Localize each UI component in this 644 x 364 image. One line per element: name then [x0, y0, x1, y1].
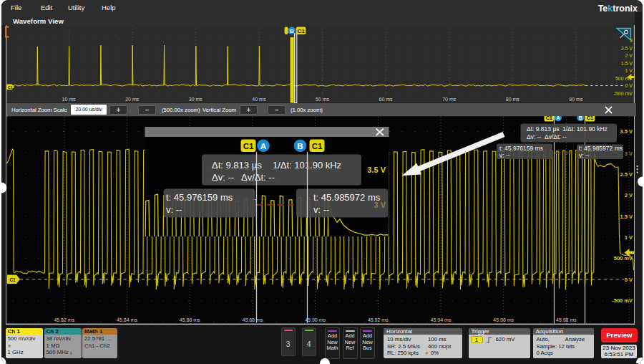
svg-text:45.86 ms: 45.86 ms — [180, 317, 200, 322]
svg-text:45.94 ms: 45.94 ms — [431, 317, 452, 322]
svg-text:t: 45.985972 ms: t: 45.985972 ms — [579, 145, 623, 152]
svg-text:500 mV: 500 mV — [614, 255, 633, 262]
svg-text:2 V: 2 V — [625, 53, 633, 58]
svg-text:2.5 V: 2.5 V — [620, 171, 633, 178]
svg-text:v: --: v: -- — [166, 204, 182, 215]
svg-text:Δv: --: Δv: -- — [212, 172, 234, 183]
svg-text:45.90 ms: 45.90 ms — [305, 317, 326, 322]
svg-text:45.92 ms: 45.92 ms — [368, 317, 389, 322]
svg-text:-500 mV: -500 mV — [614, 91, 633, 96]
svg-text:0 V: 0 V — [625, 83, 633, 88]
svg-text:v: --: v: -- — [313, 204, 329, 215]
svg-text:45.98 ms: 45.98 ms — [556, 317, 577, 322]
svg-text:80 ms: 80 ms — [506, 97, 520, 102]
svg-text:3.5 V: 3.5 V — [620, 128, 633, 135]
svg-text:45.82 ms: 45.82 ms — [54, 317, 74, 322]
svg-text:3 V: 3 V — [374, 201, 386, 209]
svg-text:1 V: 1 V — [625, 68, 633, 73]
svg-text:A: A — [260, 142, 266, 150]
svg-text:3 V: 3 V — [625, 150, 633, 157]
svg-text:30 ms: 30 ms — [189, 97, 203, 102]
svg-text:10 ms: 10 ms — [62, 97, 77, 102]
svg-text:C1: C1 — [243, 142, 254, 150]
svg-text:1.5 V: 1.5 V — [621, 61, 633, 66]
svg-text:1/Δt: 101.90 kHz: 1/Δt: 101.90 kHz — [562, 125, 608, 133]
svg-text:Δt: 9.813 µs: Δt: 9.813 µs — [527, 125, 560, 133]
svg-text:1.5 V: 1.5 V — [620, 214, 633, 220]
svg-text:Δv/Δt: --: Δv/Δt: -- — [241, 172, 275, 183]
svg-text:B: B — [290, 28, 294, 34]
svg-text:45.96 ms: 45.96 ms — [493, 317, 514, 322]
svg-text:50 ms: 50 ms — [316, 97, 330, 102]
svg-text:Δt: 9.813 µs: Δt: 9.813 µs — [212, 160, 262, 171]
svg-text:C1: C1 — [8, 85, 13, 90]
svg-text:-500 mV: -500 mV — [612, 297, 633, 304]
svg-text:45.88 ms: 45.88 ms — [243, 317, 263, 322]
svg-text:1 V: 1 V — [625, 234, 633, 241]
svg-text:t: 45.976159 ms: t: 45.976159 ms — [499, 145, 543, 152]
svg-text:3: 3 — [630, 38, 633, 43]
svg-text:t: 45.985972 ms: t: 45.985972 ms — [313, 192, 381, 203]
svg-text:2.5 V: 2.5 V — [621, 46, 633, 51]
svg-text:C1: C1 — [9, 277, 16, 282]
svg-text:Δv: --: Δv: -- — [527, 133, 541, 140]
svg-text:70 ms: 70 ms — [442, 97, 457, 102]
svg-text:C1: C1 — [297, 28, 305, 34]
svg-text:v: --: v: -- — [499, 152, 510, 159]
svg-text:40 ms: 40 ms — [252, 97, 266, 102]
svg-text:Δv/Δt: --: Δv/Δt: -- — [545, 133, 567, 140]
svg-text:0 V: 0 V — [625, 277, 633, 283]
svg-text:45.84 ms: 45.84 ms — [117, 317, 137, 322]
svg-text:C1: C1 — [312, 142, 323, 150]
svg-text:B: B — [297, 142, 303, 150]
svg-text:3.5 V: 3.5 V — [367, 166, 386, 174]
svg-text:2 V: 2 V — [625, 192, 633, 198]
svg-text:60 ms: 60 ms — [379, 97, 394, 102]
svg-text:v: --: v: -- — [579, 152, 590, 159]
svg-text:t: 45.976159 ms: t: 45.976159 ms — [166, 192, 233, 203]
svg-text:90 ms: 90 ms — [569, 97, 583, 102]
svg-text:20 ms: 20 ms — [125, 97, 140, 102]
